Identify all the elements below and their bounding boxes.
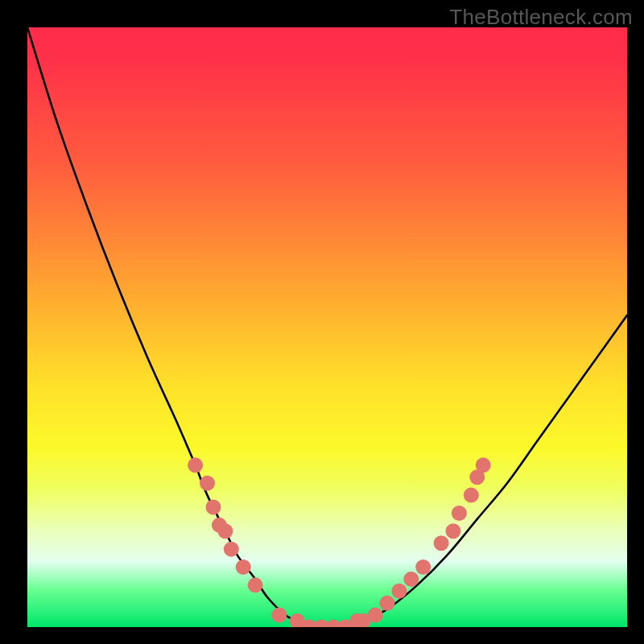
data-marker <box>434 535 449 551</box>
data-marker <box>248 577 263 592</box>
data-marker <box>205 500 221 515</box>
curve-markers <box>188 457 491 627</box>
chart-frame: TheBottleneck.com <box>0 0 644 644</box>
data-marker <box>380 596 395 611</box>
data-marker <box>200 476 215 491</box>
data-marker <box>368 608 383 623</box>
data-marker <box>445 523 460 539</box>
data-marker <box>464 488 479 503</box>
data-marker <box>452 506 467 521</box>
watermark-text: TheBottleneck.com <box>449 5 633 30</box>
data-marker <box>271 608 287 623</box>
data-marker <box>217 523 233 539</box>
data-marker <box>403 572 419 587</box>
bottleneck-curve <box>27 27 627 627</box>
data-marker <box>391 584 407 599</box>
data-marker <box>236 559 251 575</box>
data-marker <box>188 457 203 473</box>
chart-svg <box>27 27 627 627</box>
data-marker <box>415 559 431 575</box>
data-marker <box>224 542 239 557</box>
plot-area <box>27 27 627 627</box>
data-marker <box>476 457 491 473</box>
